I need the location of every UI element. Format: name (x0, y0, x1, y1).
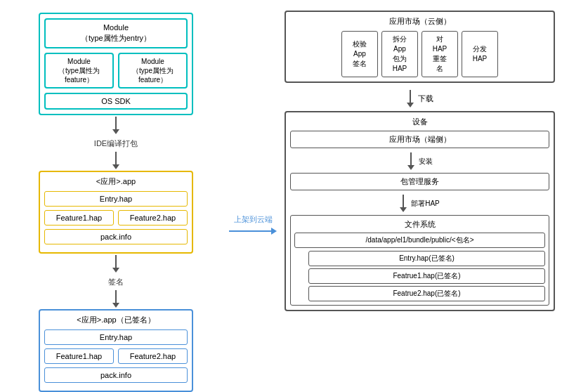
upload-arrow-line (229, 230, 271, 232)
app-group-blue: <应用>.app（已签名） Entry.hap Feature1.hap Fea… (39, 309, 193, 392)
feature-row-blue: Feature1.hap Feature2.hap (44, 348, 188, 364)
filesystem-section: 文件系统 /data/app/el1/bundle/public/<包名> En… (290, 215, 549, 306)
device-title: 设备 (290, 117, 549, 127)
feature1-hap-blue: Feature1.hap (44, 348, 114, 364)
cloud-box-verify: 校验App签名 (341, 31, 378, 77)
feature-row-yellow: Feature1.hap Feature2.hap (44, 210, 188, 226)
fs-file-feature1: Featrue1.hap(已签名) (308, 268, 545, 284)
upload-arrow-head (271, 228, 277, 235)
packinfo-blue: pack.info (44, 367, 188, 383)
fs-file-feature2: Featrue2.hap(已签名) (308, 286, 545, 301)
device-section: 设备 应用市场（端侧） 安装 包管理服务 部署HAP 文件系统 (285, 111, 555, 311)
install-label: 安装 (419, 157, 433, 166)
arrow-sign2 (112, 290, 119, 308)
cloud-title: 应用市场（云侧） (290, 16, 549, 27)
fs-file-entry: Entry.hap(已签名) (308, 251, 545, 266)
middle-arrow-section: 上架到云端 (225, 63, 281, 385)
left-side: Module （type属性为entry） Module （type属性为fea… (7, 7, 225, 385)
os-sdk: OS SDK (44, 93, 188, 110)
module-feature-row: Module （type属性为feature） Module （type属性为f… (44, 53, 188, 89)
install-row: 安装 (290, 151, 549, 171)
cloud-section: 应用市场（云侧） 校验App签名 拆分App包为HAP 对HAP重签名 分发HA… (285, 11, 555, 83)
cloud-box-split: 拆分App包为HAP (381, 31, 418, 77)
packinfo-yellow: pack.info (44, 229, 188, 244)
install-arrow (407, 152, 414, 170)
feature1-hap-yellow: Feature1.hap (44, 210, 114, 226)
app-market-device: 应用市场（端侧） (290, 131, 549, 148)
arrow-ide (112, 117, 119, 134)
download-arrow (407, 90, 414, 107)
right-side: 应用市场（云侧） 校验App签名 拆分App包为HAP 对HAP重签名 分发HA… (281, 7, 555, 385)
app-title-yellow: <应用>.app (44, 176, 188, 187)
feature2-hap-blue: Feature2.hap (118, 348, 188, 364)
module-feature1: Module （type属性为feature） (44, 53, 114, 89)
pkg-mgr: 包管理服务 (290, 173, 549, 190)
app-title-blue: <应用>.app（已签名） (44, 315, 188, 325)
cloud-box-resign: 对HAP重签名 (422, 31, 458, 77)
filesystem-files: Entry.hap(已签名) Featrue1.hap(已签名) Featrue… (294, 251, 545, 301)
entry-hap-yellow: Entry.hap (44, 191, 188, 207)
module-feature2: Module （type属性为feature） (118, 53, 188, 89)
ide-label: IDE编译打包 (94, 138, 138, 149)
arrow-sign (112, 255, 119, 273)
cloud-box-distribute: 分发HAP (462, 31, 498, 77)
cloud-boxes: 校验App签名 拆分App包为HAP 对HAP重签名 分发HAP (290, 31, 549, 77)
deploy-arrow (400, 195, 407, 212)
upload-label: 上架到云端 (234, 214, 273, 225)
sign-label: 签名 (108, 277, 124, 287)
deploy-row: 部署HAP (290, 193, 549, 214)
filesystem-path: /data/app/el1/bundle/public/<包名> (294, 233, 545, 248)
entry-hap-blue: Entry.hap (44, 329, 188, 345)
upload-arrow: 上架到云端 (229, 214, 277, 235)
feature2-hap-yellow: Feature2.hap (118, 210, 188, 226)
filesystem-title: 文件系统 (294, 219, 545, 230)
arrow-ide2 (112, 152, 119, 169)
module-entry: Module （type属性为entry） (44, 18, 188, 48)
app-group-yellow: <应用>.app Entry.hap Feature1.hap Feature2… (39, 171, 193, 254)
download-section: 下载 (285, 89, 555, 109)
download-label: 下载 (418, 93, 433, 104)
deploy-label: 部署HAP (411, 199, 440, 209)
module-group: Module （type属性为entry） Module （type属性为fea… (39, 13, 193, 115)
